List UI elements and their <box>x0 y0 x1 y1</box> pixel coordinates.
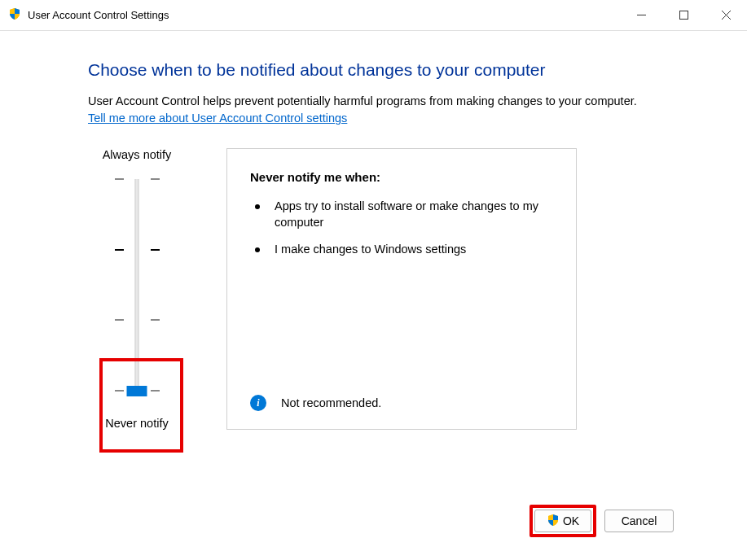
minimize-button[interactable] <box>620 0 662 30</box>
slider-thumb[interactable] <box>127 386 147 396</box>
shield-icon <box>547 514 560 529</box>
maximize-button[interactable] <box>662 0 705 30</box>
page-heading: Choose when to be notified about changes… <box>88 60 666 80</box>
slider-track <box>135 179 139 391</box>
ok-button[interactable]: OK <box>534 510 591 532</box>
cancel-button-label: Cancel <box>622 514 657 527</box>
info-item-text: I make changes to Windows settings <box>275 242 466 258</box>
window-titlebar: User Account Control Settings <box>0 0 747 31</box>
window-title: User Account Control Settings <box>28 9 169 21</box>
info-panel-title: Never notify me when: <box>250 170 553 184</box>
shield-icon <box>8 7 21 24</box>
ok-button-label: OK <box>563 514 579 527</box>
help-link[interactable]: Tell me more about User Account Control … <box>88 112 347 125</box>
slider-label-top: Always notify <box>103 148 172 161</box>
slider-label-bottom: Never notify <box>105 417 168 430</box>
uac-slider[interactable] <box>88 171 186 399</box>
annotation-highlight-ok: OK <box>529 505 596 537</box>
info-icon: i <box>250 395 266 411</box>
svg-rect-1 <box>679 11 688 20</box>
close-button[interactable] <box>705 0 747 30</box>
info-item-text: Apps try to install software or make cha… <box>275 199 553 230</box>
cancel-button[interactable]: Cancel <box>604 510 674 532</box>
info-list-item: I make changes to Windows settings <box>255 242 553 258</box>
info-status-text: Not recommended. <box>281 396 381 409</box>
page-description: User Account Control helps prevent poten… <box>88 94 666 107</box>
info-panel: Never notify me when: Apps try to instal… <box>226 148 577 430</box>
info-list-item: Apps try to install software or make cha… <box>255 199 553 230</box>
